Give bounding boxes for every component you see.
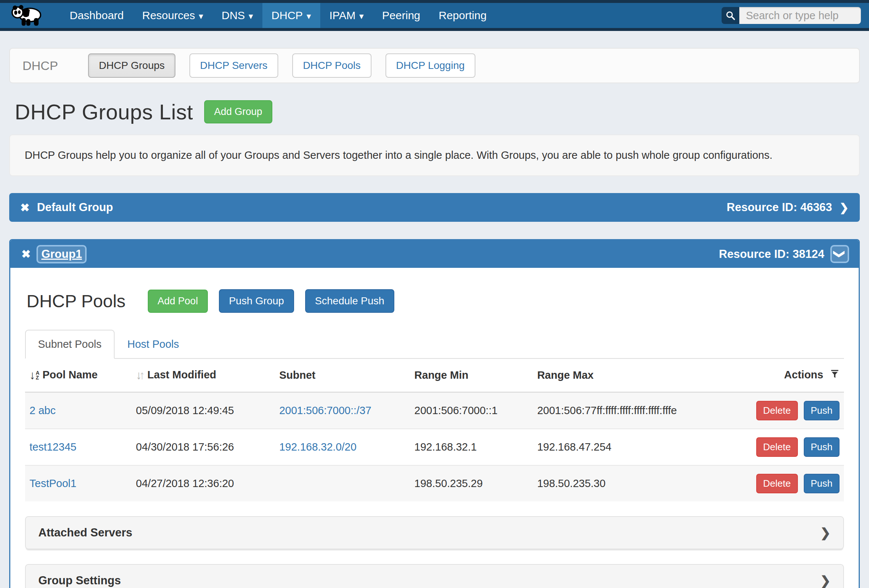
tab-label: Host Pools xyxy=(128,338,179,350)
sort-arrow: ↓ xyxy=(30,369,36,382)
attached-servers-label: Attached Servers xyxy=(39,526,132,539)
header-range-max: Range Max xyxy=(533,359,739,392)
header-last-modified[interactable]: ↓↑Last Modified xyxy=(132,359,275,392)
header-label: Actions xyxy=(784,369,823,381)
subnav-label: DHCP xyxy=(22,59,58,73)
nav-item-resources[interactable]: Resources ▾ xyxy=(133,3,212,28)
caret-down-icon: ▾ xyxy=(199,12,203,21)
nav-item-peering[interactable]: Peering xyxy=(373,3,429,28)
nav-label: DHCP xyxy=(271,9,303,22)
chevron-right-icon: ❯ xyxy=(820,525,831,540)
tab-host-pools[interactable]: Host Pools xyxy=(115,330,192,359)
subnav-button-dhcp-groups[interactable]: DHCP Groups xyxy=(88,53,175,78)
caret-down-icon: ▾ xyxy=(359,12,364,21)
table-row: 2 abc 05/09/2018 12:49:45 2001:506:7000:… xyxy=(25,392,844,429)
page-root: Dashboard Resources ▾ DNS ▾ DHCP ▾ IPAM … xyxy=(0,0,869,588)
chevron-down-icon: ❯ xyxy=(833,249,846,259)
nav-item-dashboard[interactable]: Dashboard xyxy=(61,3,133,28)
nav-spacer xyxy=(496,3,722,28)
remove-group-icon[interactable]: ✖ xyxy=(21,247,31,261)
nav-label: IPAM xyxy=(329,9,356,22)
nav-label: Resources xyxy=(142,9,195,22)
page-title: DHCP Groups List xyxy=(15,99,193,124)
search-icon[interactable] xyxy=(722,7,739,24)
nav-item-ipam[interactable]: IPAM ▾ xyxy=(320,3,373,28)
global-search xyxy=(722,3,861,28)
remove-group-icon[interactable]: ✖ xyxy=(20,201,30,214)
sort-up: ↑ xyxy=(139,369,145,382)
tab-subnet-pools[interactable]: Subnet Pools xyxy=(25,330,115,359)
nav-label: DNS xyxy=(221,9,245,22)
table-row: TestPool1 04/27/2018 12:36:20 198.50.235… xyxy=(25,465,844,501)
subnet-pools-table: ↓AZPool Name ↓↑Last Modified Subnet Rang… xyxy=(25,359,844,501)
attached-servers-panel[interactable]: Attached Servers ❯ xyxy=(25,516,844,549)
schedule-push-button[interactable]: Schedule Push xyxy=(305,289,394,313)
group-header-group1[interactable]: ✖ Group1 Resource ID: 38124 ❯ xyxy=(10,240,859,268)
panda-icon xyxy=(10,4,44,27)
subnav-button-dhcp-pools[interactable]: DHCP Pools xyxy=(292,53,371,78)
nav-item-dhcp[interactable]: DHCP ▾ xyxy=(262,3,320,28)
group-name: Default Group xyxy=(37,201,113,214)
group-header-left: ✖ Group1 xyxy=(21,246,85,262)
caret-down-icon: ▾ xyxy=(307,12,311,21)
filter-icon[interactable] xyxy=(830,369,839,382)
chevron-right-icon: ❯ xyxy=(820,573,831,588)
chevron-collapse-icon[interactable]: ❯ xyxy=(832,246,848,262)
subnav-button-dhcp-servers[interactable]: DHCP Servers xyxy=(190,53,278,78)
push-group-button[interactable]: Push Group xyxy=(219,289,294,313)
group-header-right: Resource ID: 38124 ❯ xyxy=(719,246,848,262)
group-name-link[interactable]: Group1 xyxy=(38,246,85,262)
pool-name-link[interactable]: TestPool1 xyxy=(30,477,76,489)
header-label: Range Min xyxy=(414,369,469,381)
delete-button[interactable]: Delete xyxy=(756,401,798,421)
range-max-cell: 2001:506:77ff:ffff:ffff:ffff:ffff:fffe xyxy=(533,392,739,429)
subnav-button-dhcp-logging[interactable]: DHCP Logging xyxy=(386,53,475,78)
pool-name-link[interactable]: 2 abc xyxy=(30,404,56,416)
add-group-button[interactable]: Add Group xyxy=(204,100,272,123)
range-min-cell: 198.50.235.29 xyxy=(410,465,532,501)
caret-down-icon: ▾ xyxy=(249,12,253,21)
last-modified-cell: 05/09/2018 12:49:45 xyxy=(132,392,275,429)
push-button[interactable]: Push xyxy=(804,474,839,493)
description-text: DHCP Groups help you to organize all of … xyxy=(25,149,844,161)
search-input[interactable] xyxy=(739,7,861,24)
header-pool-name[interactable]: ↓AZPool Name xyxy=(25,359,132,392)
push-button[interactable]: Push xyxy=(804,437,839,457)
push-button[interactable]: Push xyxy=(804,401,839,421)
top-strip xyxy=(0,0,869,3)
description-box: DHCP Groups help you to organize all of … xyxy=(9,135,860,176)
dhcp-subnav: DHCP DHCP Groups DHCP Servers DHCP Pools… xyxy=(9,48,860,83)
main-navbar: Dashboard Resources ▾ DNS ▾ DHCP ▾ IPAM … xyxy=(0,3,869,31)
subnet-link[interactable]: 2001:506:7000::/37 xyxy=(279,404,371,416)
group-header-right: Resource ID: 46363 ❯ xyxy=(727,201,849,214)
sort-letter-z: Z xyxy=(36,375,39,380)
chevron-right-icon[interactable]: ❯ xyxy=(839,201,849,214)
pools-heading-row: DHCP Pools Add Pool Push Group Schedule … xyxy=(27,289,844,313)
last-modified-cell: 04/27/2018 12:36:20 xyxy=(132,465,275,501)
group-header-default-group[interactable]: ✖ Default Group Resource ID: 46363 ❯ xyxy=(9,193,860,222)
delete-button[interactable]: Delete xyxy=(756,437,798,457)
add-pool-button[interactable]: Add Pool xyxy=(148,290,208,313)
delete-button[interactable]: Delete xyxy=(756,474,798,493)
header-actions: Actions xyxy=(739,359,844,392)
range-max-cell: 198.50.235.30 xyxy=(533,465,739,501)
last-modified-cell: 04/30/2018 17:56:26 xyxy=(132,429,275,465)
title-row: DHCP Groups List Add Group xyxy=(15,99,860,124)
subnet-link[interactable]: 192.168.32.0/20 xyxy=(279,441,357,453)
panda-logo-icon[interactable] xyxy=(10,3,44,28)
sort-both-icon[interactable]: ↓↑ xyxy=(136,369,145,382)
resource-id: Resource ID: 46363 xyxy=(727,201,832,214)
range-min-cell: 2001:506:7000::1 xyxy=(410,392,532,429)
sort-alpha-asc-icon[interactable]: ↓AZ xyxy=(30,369,39,382)
tab-label: Subnet Pools xyxy=(38,338,102,350)
header-subnet: Subnet xyxy=(275,359,410,392)
group-settings-panel[interactable]: Group Settings ❯ xyxy=(25,564,844,588)
header-label: Subnet xyxy=(279,369,316,381)
group1-link[interactable]: Group1 xyxy=(41,247,82,261)
range-min-cell: 192.168.32.1 xyxy=(410,429,532,465)
group1-panel-body: DHCP Pools Add Pool Push Group Schedule … xyxy=(10,268,859,588)
group-header-left: ✖ Default Group xyxy=(20,201,113,214)
nav-item-reporting[interactable]: Reporting xyxy=(429,3,496,28)
nav-item-dns[interactable]: DNS ▾ xyxy=(212,3,262,28)
pool-name-link[interactable]: test12345 xyxy=(30,441,76,453)
